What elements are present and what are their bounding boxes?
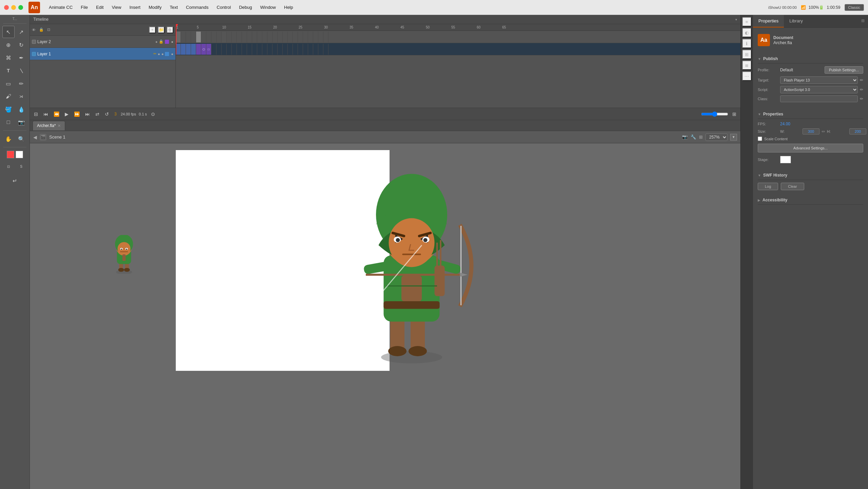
frame-30-l1[interactable]: [323, 44, 328, 55]
frame-28-l1[interactable]: [313, 44, 318, 55]
target-select[interactable]: Flash Player 13: [780, 76, 858, 84]
add-layer-btn[interactable]: +: [149, 26, 156, 33]
frame-8-l2[interactable]: [211, 32, 216, 42]
script-edit-icon[interactable]: ✏: [860, 87, 863, 92]
zoom-tool[interactable]: 🔍: [15, 133, 27, 145]
frame-16-l2[interactable]: [252, 32, 257, 42]
back-tool[interactable]: ↵: [9, 175, 21, 187]
frame-23-l1[interactable]: [288, 44, 293, 55]
zoom-slider[interactable]: [701, 111, 728, 117]
canvas-area[interactable]: ↖: [30, 143, 740, 489]
frame-1-l1[interactable]: [176, 44, 181, 55]
frame-5-l1[interactable]: [196, 44, 201, 55]
frame-6-l2[interactable]: [201, 32, 206, 42]
frame-25-l2[interactable]: [298, 32, 303, 42]
transform-panel-btn[interactable]: ⊞: [742, 50, 752, 59]
goto-last-btn[interactable]: ⏭: [84, 111, 91, 117]
script-select[interactable]: ActionScript 3.0: [780, 86, 858, 93]
window-controls[interactable]: [4, 5, 23, 10]
frame-3-l2[interactable]: [186, 32, 191, 42]
swf-clear-btn[interactable]: Clear: [781, 183, 804, 190]
size-link-icon[interactable]: ⇔: [822, 129, 825, 134]
loop2-btn[interactable]: ↺: [103, 111, 110, 117]
frame-27-l2[interactable]: [308, 32, 313, 42]
frame-18-l1[interactable]: [262, 44, 267, 55]
frame-11-l1[interactable]: [227, 44, 232, 55]
frame-2-l1[interactable]: [181, 44, 186, 55]
frame-7-l2[interactable]: [206, 32, 211, 42]
zoom-dropdown-btn[interactable]: ▾: [730, 134, 737, 141]
transform-tool[interactable]: ⊕: [2, 39, 15, 51]
frame-4-l2[interactable]: [191, 32, 196, 42]
timeline-collapse-btn[interactable]: ▾: [735, 18, 737, 21]
menu-edit[interactable]: Edit: [93, 3, 107, 11]
pen-tool[interactable]: ✒: [15, 52, 27, 64]
brush-tool[interactable]: 🖌: [2, 90, 15, 103]
stroke-color-swatch[interactable]: [7, 151, 14, 158]
frame-19-l2[interactable]: [267, 32, 272, 42]
frame-16-l1[interactable]: [252, 44, 257, 55]
swf-log-btn[interactable]: Log: [758, 183, 778, 190]
prev-frame-btn[interactable]: ⏪: [52, 111, 61, 117]
frame-20-l1[interactable]: [272, 44, 278, 55]
frame-13-l2[interactable]: [237, 32, 242, 42]
smooth-tool[interactable]: S: [15, 160, 27, 173]
menu-view[interactable]: View: [108, 3, 125, 11]
frame-10-l1[interactable]: [222, 44, 227, 55]
info-panel-btn[interactable]: ℹ: [742, 39, 752, 48]
frame-8-l1[interactable]: [211, 44, 216, 55]
tab-properties[interactable]: Properties: [753, 15, 784, 28]
add-folder-btn[interactable]: 📁: [158, 26, 165, 33]
menu-window[interactable]: Window: [257, 3, 279, 11]
frame-22-l1[interactable]: [283, 44, 288, 55]
class-edit-icon[interactable]: ✏: [860, 96, 863, 101]
frame-2-l2[interactable]: [181, 32, 186, 42]
frame-28-l2[interactable]: [313, 32, 318, 42]
hand-tool[interactable]: ✋: [2, 133, 15, 145]
frame-12-l1[interactable]: [232, 44, 237, 55]
height-input[interactable]: [849, 128, 866, 134]
menu-insert[interactable]: Insert: [126, 3, 144, 11]
accessibility-header[interactable]: ▶ Accessibility: [758, 196, 863, 205]
archer-tab[interactable]: Archer.fla* ✕: [33, 121, 65, 130]
delete-layer-btn[interactable]: 🗑: [167, 26, 173, 33]
frame-19-l1[interactable]: [267, 44, 272, 55]
frame-15-l1[interactable]: [247, 44, 252, 55]
stage-color-picker[interactable]: [780, 156, 791, 163]
menu-debug[interactable]: Debug: [235, 3, 255, 11]
frame-3-l1[interactable]: [186, 44, 191, 55]
bone-tool[interactable]: ⋊: [15, 90, 27, 103]
menu-file[interactable]: File: [77, 3, 91, 11]
motion-editor-btn[interactable]: ≡: [742, 17, 752, 26]
frame-24-l1[interactable]: [293, 44, 298, 55]
advanced-settings-btn[interactable]: Advanced Settings...: [758, 144, 863, 152]
maximize-button[interactable]: [18, 5, 23, 10]
fit-btn[interactable]: ⊞: [731, 111, 738, 117]
menu-text[interactable]: Text: [166, 3, 181, 11]
frame-29-l1[interactable]: [318, 44, 323, 55]
onion-skin-btn[interactable]: ⊙: [150, 111, 156, 117]
menu-modify[interactable]: Modify: [145, 3, 165, 11]
publish-header[interactable]: ▼ Publish: [758, 54, 863, 64]
eyedropper-tool[interactable]: 💧: [15, 103, 27, 115]
workspace-selector[interactable]: Classic: [845, 4, 864, 11]
scene-camera-btn[interactable]: 📷: [682, 134, 688, 140]
menu-help[interactable]: Help: [281, 3, 297, 11]
menu-commands[interactable]: Commands: [183, 3, 212, 11]
layer-2-lock[interactable]: 🔒: [159, 39, 164, 44]
target-edit-icon[interactable]: ✏: [860, 78, 863, 83]
frame-21-l2[interactable]: [278, 32, 283, 42]
eraser-tool[interactable]: □: [2, 116, 15, 128]
frame-23-l2[interactable]: [288, 32, 293, 42]
menu-animate-cc[interactable]: Animate CC: [45, 3, 76, 11]
selection-tool[interactable]: ↖: [2, 26, 15, 38]
frame-5-l2[interactable]: [196, 32, 201, 42]
layer-row-2[interactable]: Layer 2 ● 🔒 ●: [30, 36, 175, 48]
frame-9-l1[interactable]: [216, 44, 222, 55]
frame-14-l2[interactable]: [242, 32, 247, 42]
frame-17-l1[interactable]: [257, 44, 262, 55]
frame-21-l1[interactable]: [278, 44, 283, 55]
frame-9-l2[interactable]: [216, 32, 222, 42]
frame-24-l2[interactable]: [293, 32, 298, 42]
layer-row-1[interactable]: Layer 1 ✏ ● ● ●: [30, 48, 175, 60]
